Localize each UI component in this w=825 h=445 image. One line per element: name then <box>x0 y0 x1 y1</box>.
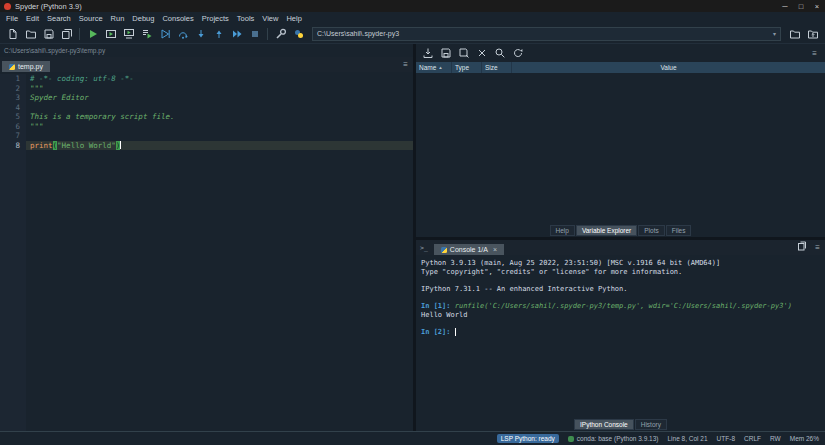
line-number-gutter[interactable]: 12345678 <box>0 74 26 431</box>
step-out-button[interactable] <box>210 25 227 42</box>
editor-tab-temp-py[interactable]: temp.py <box>2 61 50 72</box>
console-line-4: IPython 7.31.1 -- An enhanced Interactiv… <box>421 285 820 294</box>
console-output[interactable]: Python 3.9.13 (main, Aug 25 2022, 23:51:… <box>416 255 825 418</box>
preferences-wrench-button[interactable] <box>272 25 289 42</box>
console-line-8 <box>421 319 820 328</box>
code-line-3[interactable]: Spyder Editor <box>26 93 413 103</box>
menu-debug[interactable]: Debug <box>128 14 158 23</box>
editor-options-menu-icon[interactable]: ≡ <box>398 60 413 69</box>
line-number-3[interactable]: 3 <box>0 93 20 103</box>
import-data-button[interactable] <box>419 45 436 62</box>
console-line-9: In [2]: <box>421 328 820 337</box>
close-tab-icon[interactable]: × <box>493 246 497 253</box>
browse-directory-button[interactable] <box>786 25 803 42</box>
menu-projects[interactable]: Projects <box>198 14 233 23</box>
main-area: C:\Users\sahil\.spyder-py3\temp.py temp.… <box>0 44 825 431</box>
debug-file-button[interactable] <box>156 25 173 42</box>
menu-file[interactable]: File <box>2 14 22 23</box>
tab-files[interactable]: Files <box>666 225 692 236</box>
line-number-6[interactable]: 6 <box>0 122 20 132</box>
permissions-status: RW <box>770 435 781 442</box>
save-button[interactable] <box>40 25 57 42</box>
text-caret <box>120 141 121 149</box>
code-line-2[interactable]: """ <box>26 84 413 94</box>
encoding-status: UTF-8 <box>717 435 735 442</box>
line-number-5[interactable]: 5 <box>0 112 20 122</box>
menu-consoles[interactable]: Consoles <box>158 14 197 23</box>
working-directory-combobox[interactable]: C:\Users\sahil\.spyder-py3 ▾ <box>312 27 781 41</box>
search-variables-button[interactable] <box>491 45 508 62</box>
console-options-menu-icon[interactable]: ≡ <box>810 243 825 252</box>
menu-tools[interactable]: Tools <box>233 14 259 23</box>
continue-execution-button[interactable] <box>228 25 245 42</box>
remove-variables-button[interactable] <box>473 45 490 62</box>
line-number-2[interactable]: 2 <box>0 84 20 94</box>
menu-view[interactable]: View <box>258 14 282 23</box>
open-file-button[interactable] <box>22 25 39 42</box>
code-line-6[interactable]: """ <box>26 122 413 132</box>
column-header-type[interactable]: Type <box>452 62 482 73</box>
close-button[interactable]: × <box>809 0 825 12</box>
console-line-3 <box>421 276 820 285</box>
code-line-7[interactable] <box>26 131 413 141</box>
spyder-window: Spyder (Python 3.9) ─ □ × FileEditSearch… <box>0 0 825 445</box>
code-line-1[interactable]: # -*- coding: utf-8 -*- <box>26 74 413 84</box>
code-editor[interactable]: 12345678 # -*- coding: utf-8 -*-"""Spyde… <box>0 72 413 431</box>
refresh-variables-button[interactable] <box>509 45 526 62</box>
line-number-4[interactable]: 4 <box>0 103 20 113</box>
step-over-button[interactable] <box>174 25 191 42</box>
console-line-2: Type "copyright", "credits" or "license"… <box>421 268 820 277</box>
code-area[interactable]: # -*- coding: utf-8 -*-"""Spyder EditorT… <box>26 74 413 431</box>
editor-tab-bar: temp.py ≡ <box>0 57 413 72</box>
tab-variable-explorer[interactable]: Variable Explorer <box>576 225 637 236</box>
editor-tab-label: temp.py <box>18 63 43 70</box>
code-line-8[interactable]: print("Hello World") <box>26 141 413 151</box>
column-header-size[interactable]: Size <box>482 62 512 73</box>
variable-explorer-panel: ≡ Name ▲ Type Size Value HelpVariable Ex… <box>416 44 825 237</box>
new-console-button[interactable] <box>793 238 810 255</box>
step-into-button[interactable] <box>192 25 209 42</box>
line-number-7[interactable]: 7 <box>0 131 20 141</box>
column-header-name[interactable]: Name ▲ <box>416 62 452 73</box>
working-directory-value: C:\Users\sahil\.spyder-py3 <box>317 30 399 37</box>
chevron-down-icon[interactable]: ▾ <box>773 30 776 37</box>
run-selection-button[interactable] <box>138 25 155 42</box>
window-controls: ─ □ × <box>777 0 825 12</box>
tab-ipython-console[interactable]: IPython Console <box>574 419 634 430</box>
line-number-8[interactable]: 8 <box>0 141 20 151</box>
stop-debug-button[interactable] <box>246 25 263 42</box>
column-header-value[interactable]: Value <box>512 62 825 73</box>
run-cell-advance-button[interactable] <box>120 25 137 42</box>
code-line-4[interactable] <box>26 103 413 113</box>
tab-history[interactable]: History <box>635 419 667 430</box>
pythonpath-manager-button[interactable] <box>290 25 307 42</box>
save-data-button[interactable] <box>437 45 454 62</box>
code-line-5[interactable]: This is a temporary script file. <box>26 112 413 122</box>
parent-directory-button[interactable] <box>804 25 821 42</box>
menu-edit[interactable]: Edit <box>22 14 43 23</box>
save-data-as-button[interactable] <box>455 45 472 62</box>
line-number-1[interactable]: 1 <box>0 74 20 84</box>
conda-env-status[interactable]: conda: base (Python 3.9.13) <box>568 435 659 442</box>
tab-plots[interactable]: Plots <box>638 225 664 236</box>
save-all-button[interactable] <box>58 25 75 42</box>
lsp-status: LSP Python: ready <box>497 434 559 443</box>
minimize-button[interactable]: ─ <box>777 0 793 12</box>
variable-table-header: Name ▲ Type Size Value <box>416 62 825 73</box>
menu-run[interactable]: Run <box>107 14 129 23</box>
variable-explorer-options-menu-icon[interactable]: ≡ <box>807 49 822 58</box>
tab-help[interactable]: Help <box>550 225 575 236</box>
new-file-button[interactable] <box>4 25 21 42</box>
console-caret <box>455 328 456 336</box>
menu-help[interactable]: Help <box>282 14 305 23</box>
maximize-button[interactable]: □ <box>793 0 809 12</box>
run-cell-button[interactable] <box>102 25 119 42</box>
spyder-logo-icon <box>4 3 11 10</box>
console-tab[interactable]: Console 1/A × <box>434 244 504 255</box>
menu-source[interactable]: Source <box>75 14 107 23</box>
console-tab-bar: >_ Console 1/A × ≡ <box>416 240 825 255</box>
console-line-5 <box>421 293 820 302</box>
run-file-button[interactable] <box>84 25 101 42</box>
python-file-icon <box>9 64 15 70</box>
menu-search[interactable]: Search <box>43 14 75 23</box>
